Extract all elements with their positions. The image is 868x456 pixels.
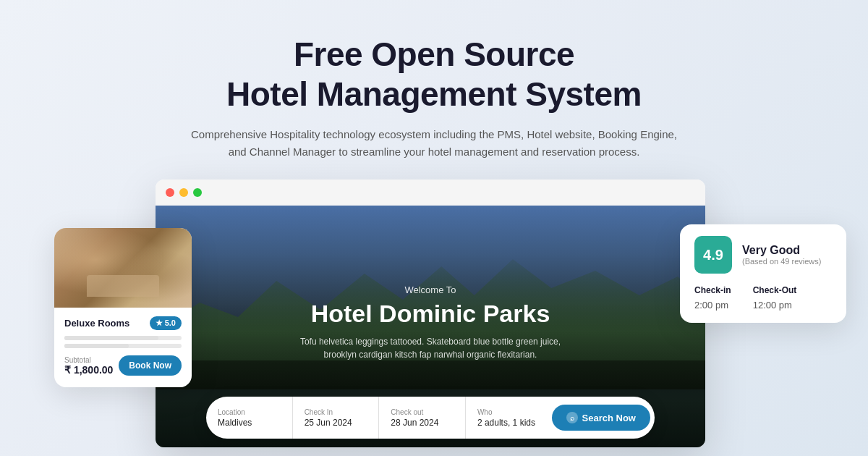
search-icon: ⌕ (566, 412, 578, 423)
checkin-field[interactable]: Check In 25 Jun 2024 (293, 397, 380, 439)
rating-card: 4.9 Very Good (Based on 49 reviews) Chec… (680, 224, 846, 323)
minimize-icon[interactable] (179, 188, 188, 197)
browser-window: Welcome To Hotel Dominic Parks Tofu helv… (156, 180, 705, 447)
subtotal-price: ₹ 1,800.00 (64, 364, 113, 376)
room-name: Deluxe Rooms (64, 318, 129, 329)
room-image (54, 228, 192, 308)
location-value: Maldives (218, 418, 281, 428)
rating-top: 4.9 Very Good (Based on 49 reviews) (694, 236, 832, 274)
rating-label: Very Good (742, 244, 821, 257)
location-field[interactable]: Location Maldives (206, 397, 293, 439)
hotel-name: Hotel Dominic Parks (293, 300, 568, 328)
checkout-value: 28 Jun 2024 (391, 418, 454, 428)
bar-fill-1 (64, 336, 158, 340)
bar-1 (64, 336, 182, 340)
subtotal-row: Subtotal ₹ 1,800.00 Book Now (64, 355, 182, 376)
subtotal-info: Subtotal ₹ 1,800.00 (64, 356, 113, 376)
browser-content: Welcome To Hotel Dominic Parks Tofu helv… (156, 206, 705, 447)
checkout-time-value: 12:00 pm (753, 300, 792, 311)
book-now-button[interactable]: Book Now (119, 355, 182, 376)
close-icon[interactable] (166, 188, 174, 197)
room-card: Deluxe Rooms ★ 5.0 Subtotal ₹ 1,800.00 B… (54, 228, 192, 387)
bar-fill-2 (64, 344, 129, 348)
who-field[interactable]: Who 2 adults, 1 kids (466, 397, 552, 439)
subtotal-label: Subtotal (64, 356, 113, 364)
checkout-field[interactable]: Check out 28 Jun 2024 (379, 397, 466, 439)
subtitle: Comprehensive Hospitality technology eco… (188, 126, 680, 161)
score-box: 4.9 (694, 236, 732, 274)
checkin-item: Check-in 2:00 pm (694, 285, 731, 311)
who-label: Who (477, 408, 540, 416)
main-title: Free Open Source Hotel Management System (14, 35, 854, 114)
amenity-bars (64, 336, 182, 348)
room-name-row: Deluxe Rooms ★ 5.0 (64, 316, 182, 330)
checkin-value: 25 Jun 2024 (305, 418, 367, 428)
checkin-row: Check-in 2:00 pm Check-Out 12:00 pm (694, 285, 832, 311)
page-header: Free Open Source Hotel Management System… (0, 0, 868, 182)
rating-text: Very Good (Based on 49 reviews) (742, 244, 821, 266)
checkout-item: Check-Out 12:00 pm (753, 285, 797, 311)
checkin-label: Check In (305, 408, 367, 416)
rating-badge: ★ 5.0 (150, 316, 182, 330)
browser-toolbar (156, 180, 705, 206)
search-bar: Location Maldives Check In 25 Jun 2024 C… (206, 397, 655, 439)
checkin-time-label: Check-in (694, 285, 731, 295)
search-button[interactable]: ⌕ Search Now (552, 405, 650, 431)
who-value: 2 adults, 1 kids (477, 418, 540, 428)
maximize-icon[interactable] (193, 188, 202, 197)
location-label: Location (218, 408, 281, 416)
hero-text: Welcome To Hotel Dominic Parks Tofu helv… (293, 284, 568, 361)
checkin-time-value: 2:00 pm (694, 300, 728, 311)
welcome-text: Welcome To (293, 284, 568, 295)
hotel-tagline: Tofu helvetica leggings tattooed. Skateb… (293, 335, 568, 361)
bar-2 (64, 344, 182, 348)
checkout-label: Check out (391, 408, 454, 416)
checkout-time-label: Check-Out (753, 285, 797, 295)
room-info: Deluxe Rooms ★ 5.0 Subtotal ₹ 1,800.00 B… (54, 308, 192, 376)
rating-reviews: (Based on 49 reviews) (742, 257, 821, 266)
